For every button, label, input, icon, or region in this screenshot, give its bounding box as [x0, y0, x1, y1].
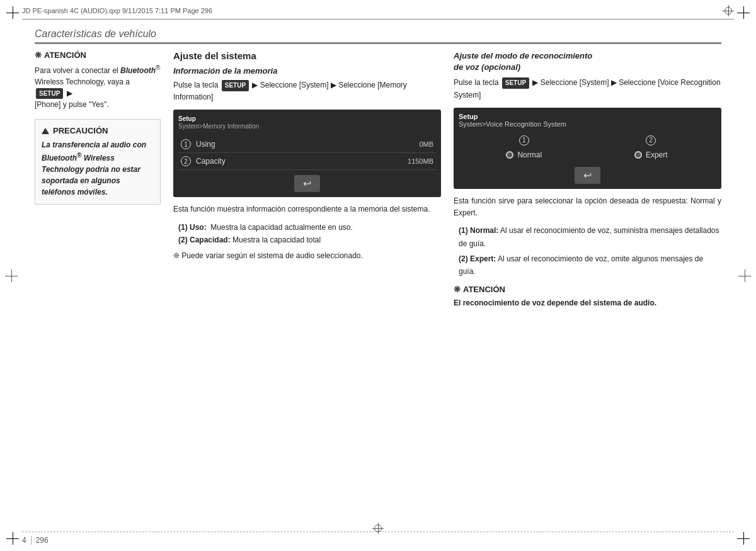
voice-screen: Setup System>Voice Recognition System 1 …	[454, 108, 721, 189]
precaucion-text-content: La transferencia al audio con Bluetooth®…	[42, 140, 146, 196]
right-instr-arrow2: ▶	[611, 78, 617, 87]
right-instr-mid: Seleccione [System]	[541, 78, 609, 87]
file-info: JD PE-spanish 4C (AUDIO).qxp 9/11/2015 7…	[22, 7, 723, 14]
asterisk-star: ❊	[173, 251, 181, 260]
memory-screen: Setup System>Memory Information 1 Using …	[173, 110, 441, 197]
right-list-item-2: (2) Expert: Al usar el reconocimiento de…	[459, 253, 721, 278]
screen-back-area: ↩	[178, 175, 436, 192]
right-title-line2: de voz (opcional)	[454, 62, 520, 72]
screen-row1-label: Using	[196, 140, 215, 149]
screen-row-2: 2 Capacity 1150MB	[178, 153, 436, 170]
instr-pre: Pulse la tecla	[173, 81, 220, 89]
screen-row2-num: 2	[181, 156, 191, 166]
list2-text: Muestra la capacidad total	[232, 236, 321, 244]
middle-list: (1) Uso: Muestra la capacidad actualment…	[178, 221, 441, 247]
side-mark-left	[5, 270, 18, 282]
screen-back-button[interactable]: ↩	[294, 175, 320, 192]
right-instr-pre: Pulse la tecla	[454, 78, 501, 87]
option2-radio-row: Expert	[634, 151, 668, 159]
option2-num-row: 2	[591, 135, 712, 148]
list1-label: (1) Uso:	[178, 223, 207, 232]
atencion-text-part2: Wireless Technology, vaya a	[35, 77, 130, 86]
right-body-text: Esta función sirve para seleccionar la o…	[454, 195, 721, 219]
right-list1-text: Al usar el reconocimiento de voz, sumini…	[459, 226, 719, 247]
right-instruction: Pulse la tecla SETUP ▶ Seleccione [Syste…	[454, 77, 721, 101]
right-atencion-title: ❊ ATENCIÓN	[454, 285, 721, 294]
option1-radio	[506, 151, 513, 159]
arrow-right-left: ▶	[67, 89, 72, 98]
reg-mark-tl	[6, 6, 19, 19]
voice-screen-subtitle: System>Voice Recognition System	[459, 120, 566, 128]
right-instr-arrow: ▶	[532, 78, 538, 87]
right-list-item-1: (1) Normal: Al usar el reconocimiento de…	[459, 224, 721, 250]
voice-back-area: ↩	[459, 167, 716, 184]
screen-row1-num: 1	[181, 139, 191, 149]
option2-radio	[634, 151, 642, 159]
list-item-2: (2) Capacidad: Muestra la capacidad tota…	[178, 234, 441, 246]
middle-body-text: Esta función muestra información corresp…	[173, 203, 441, 215]
right-atencion-label: ATENCIÓN	[463, 285, 505, 294]
voice-options: 1 Normal 2 Expert	[459, 133, 716, 162]
right-list1-label: (1) Normal:	[459, 226, 498, 235]
atencion-star: ❊	[35, 50, 42, 60]
screen-row1-value: 0MB	[419, 140, 433, 148]
voice-option-expert: 2 Expert	[591, 135, 712, 159]
middle-column: Ajuste del sistema Información de la mem…	[173, 50, 441, 520]
atencion-text-part3: [Phone] y pulse "Yes".	[35, 100, 109, 109]
atencion-text-part1: Para volver a conectar el	[35, 66, 120, 75]
right-title: Ajuste del modo de reconocimiento de voz…	[454, 50, 721, 73]
screen-subtitle: System>Memory Information	[178, 123, 259, 130]
screen-row2-label: Capacity	[196, 157, 226, 166]
middle-subtitle: Información de la memoria	[173, 66, 441, 76]
asterisk-note: ❊ Puede variar según el sistema de audio…	[173, 250, 441, 261]
setup-badge-right: SETUP	[502, 77, 529, 89]
top-bar: JD PE-spanish 4C (AUDIO).qxp 9/11/2015 7…	[22, 5, 734, 20]
bottom-crosshair	[372, 523, 384, 536]
main-content: ❊ ATENCIÓN Para volver a conectar el Blu…	[35, 50, 721, 520]
option1-num-row: 1	[464, 135, 585, 148]
option2-circle: 2	[646, 135, 656, 145]
side-mark-right	[738, 270, 751, 282]
middle-section-title: Ajuste del sistema	[173, 50, 441, 61]
list-item-1: (1) Uso: Muestra la capacidad actualment…	[178, 221, 441, 234]
setup-badge-middle: SETUP	[222, 80, 249, 91]
page-heading: Características de vehículo	[35, 28, 721, 44]
precaucion-box: PRECAUCIÓN La transferencia al audio con…	[35, 119, 161, 205]
screen-row-1: 1 Using 0MB	[178, 136, 436, 153]
voice-screen-header: Setup System>Voice Recognition System	[459, 113, 716, 128]
right-list2-label: (2) Expert:	[459, 254, 496, 263]
middle-instruction: Pulse la tecla SETUP ▶ Seleccione [Syste…	[173, 79, 441, 103]
screen-title: Setup	[178, 115, 196, 122]
bluetooth-text: Bluetooth	[120, 66, 156, 75]
atencion-title: ❊ ATENCIÓN	[35, 50, 161, 60]
screen-header: Setup System>Memory Information	[178, 115, 436, 132]
page-heading-text: Características de vehículo	[35, 28, 156, 39]
instr-arrow2: ▶	[331, 81, 336, 89]
voice-back-button[interactable]: ↩	[575, 167, 600, 184]
option1-radio-row: Normal	[506, 151, 542, 159]
reg-mark-tr	[737, 6, 750, 19]
option2-label: Expert	[646, 151, 668, 159]
right-atencion-box: ❊ ATENCIÓN El reconocimiento de voz depe…	[454, 285, 721, 309]
left-column: ❊ ATENCIÓN Para volver a conectar el Blu…	[35, 50, 161, 520]
option1-label: Normal	[517, 151, 542, 159]
right-list2-text: Al usar el reconocimiento de voz, omite …	[459, 254, 703, 276]
setup-badge-left: SETUP	[36, 88, 63, 99]
right-list: (1) Normal: Al usar el reconocimiento de…	[459, 224, 721, 278]
precaucion-label: PRECAUCIÓN	[53, 126, 108, 135]
right-atencion-content: El reconocimiento de voz depende del sis…	[454, 298, 656, 307]
atencion-text-sup: ®	[156, 66, 160, 75]
right-column: Ajuste del modo de reconocimiento de voz…	[454, 50, 721, 520]
option1-circle: 1	[519, 135, 529, 145]
instr-arrow: ▶	[252, 81, 258, 89]
list2-label: (2) Capacidad:	[178, 236, 231, 244]
bottom-bar: 4 296	[22, 531, 734, 545]
voice-option-normal: 1 Normal	[464, 135, 585, 159]
atencion-box: ❊ ATENCIÓN Para volver a conectar el Blu…	[35, 50, 161, 110]
right-atencion-text: El reconocimiento de voz depende del sis…	[454, 297, 721, 309]
atencion-text: Para volver a conectar el Bluetooth® Wir…	[35, 63, 161, 110]
screen-row2-value: 1150MB	[408, 157, 433, 165]
reg-mark-bl	[6, 532, 19, 545]
precaucion-title: PRECAUCIÓN	[42, 126, 154, 135]
atencion-label: ATENCIÓN	[44, 50, 86, 60]
